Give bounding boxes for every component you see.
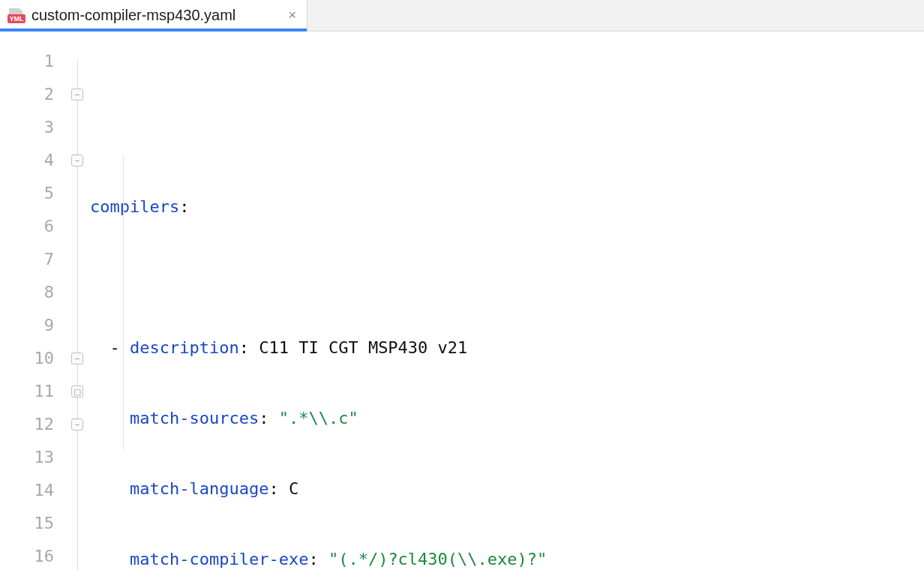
line-number: 4 <box>0 144 68 177</box>
yaml-file-icon: YML <box>8 8 26 23</box>
fold-toggle-icon[interactable]: ▢ <box>71 386 83 398</box>
line-number: 6 <box>0 210 68 243</box>
line-number: 13 <box>0 441 68 474</box>
line-number: 10 <box>0 342 68 375</box>
tab-title: custom-compiler-msp430.yaml <box>32 7 236 24</box>
fold-toggle-icon[interactable]: − <box>71 88 83 100</box>
fold-toggle-icon[interactable]: − <box>71 352 83 364</box>
line-number: 3 <box>0 111 68 144</box>
code-line <box>88 120 924 153</box>
line-number: 9 <box>0 309 68 342</box>
editor[interactable]: 1 2 3 4 5 6 7 8 9 10 11 12 13 14 15 16 −… <box>0 32 924 570</box>
code-line: match-compiler-exe: "(.*/)?cl430(\\.exe)… <box>88 543 924 570</box>
line-number: 15 <box>0 507 68 540</box>
close-icon[interactable]: × <box>285 8 299 23</box>
line-number: 16 <box>0 540 68 570</box>
code-area[interactable]: compilers: - description: C11 TI CGT MSP… <box>88 32 924 570</box>
code-line <box>88 261 924 294</box>
line-number-gutter: 1 2 3 4 5 6 7 8 9 10 11 12 13 14 15 16 <box>0 32 68 570</box>
fold-gutter: − − − ▢ − <box>68 32 88 570</box>
fold-toggle-icon[interactable]: − <box>71 418 83 430</box>
line-number: 8 <box>0 276 68 309</box>
code-line: compilers: <box>88 190 924 224</box>
line-number: 5 <box>0 177 68 210</box>
tab-active[interactable]: YML custom-compiler-msp430.yaml × <box>0 0 308 31</box>
line-number: 14 <box>0 474 68 507</box>
code-line: match-language: C <box>88 472 924 506</box>
fold-toggle-icon[interactable]: − <box>71 154 83 166</box>
code-line: - description: C11 TI CGT MSP430 v21 <box>88 332 924 364</box>
code-line: match-sources: ".*\\.c" <box>88 402 924 435</box>
tab-bar: YML custom-compiler-msp430.yaml × <box>0 0 924 32</box>
line-number: 11 <box>0 375 68 408</box>
line-number: 2 <box>0 78 68 111</box>
line-number: 12 <box>0 408 68 441</box>
line-number: 1 <box>0 45 68 78</box>
line-number: 7 <box>0 243 68 276</box>
